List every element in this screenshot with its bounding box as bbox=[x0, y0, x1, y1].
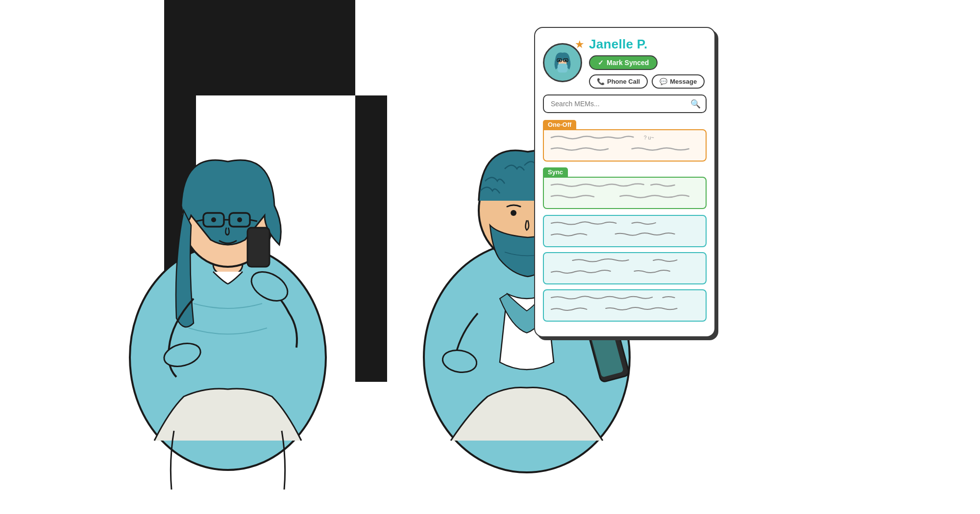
action-buttons: 📞 Phone Call 💬 Message bbox=[589, 74, 705, 89]
svg-point-27 bbox=[559, 60, 561, 62]
blue-box-1 bbox=[543, 215, 707, 247]
bg-dark-right bbox=[355, 95, 387, 382]
blue-box-3 bbox=[543, 289, 707, 322]
oneoff-section: One-Off ? u~ bbox=[543, 120, 707, 162]
squig-sync-1 bbox=[549, 182, 701, 188]
phone-icon: 📞 bbox=[597, 78, 605, 85]
message-icon: 💬 bbox=[660, 78, 667, 85]
squig-blue-5 bbox=[549, 294, 701, 301]
squig-blue-2 bbox=[549, 231, 701, 238]
synced-check-icon: ✓ bbox=[598, 59, 604, 67]
character-woman bbox=[98, 88, 358, 490]
svg-point-9 bbox=[237, 217, 242, 222]
svg-point-28 bbox=[565, 60, 567, 62]
search-input[interactable] bbox=[543, 94, 707, 113]
oneoff-box: ? u~ bbox=[543, 129, 707, 162]
search-icon: 🔍 bbox=[690, 99, 701, 109]
contact-panel: ★ Janelle P. ✓ Mark Synced 📞 Phone Call … bbox=[534, 27, 715, 337]
svg-point-8 bbox=[211, 217, 216, 222]
avatar-wrap: ★ bbox=[543, 43, 582, 82]
svg-text:? u~: ? u~ bbox=[644, 135, 654, 140]
squig-blue-6 bbox=[549, 305, 701, 312]
search-container: 🔍 bbox=[543, 94, 707, 113]
sync-label: Sync bbox=[543, 167, 568, 177]
squig-blue-3 bbox=[549, 257, 701, 264]
svg-rect-24 bbox=[558, 64, 567, 73]
mark-synced-button[interactable]: ✓ Mark Synced bbox=[589, 55, 658, 70]
squig-line-1: ? u~ bbox=[549, 134, 701, 141]
mark-synced-label: Mark Synced bbox=[607, 59, 649, 67]
oneoff-label: One-Off bbox=[543, 120, 576, 129]
squig-blue-1 bbox=[549, 220, 701, 227]
message-button[interactable]: 💬 Message bbox=[652, 74, 705, 89]
squig-line-2 bbox=[549, 145, 701, 152]
svg-point-16 bbox=[511, 210, 516, 216]
squig-blue-4 bbox=[549, 268, 701, 275]
phone-call-label: Phone Call bbox=[607, 78, 640, 85]
phone-call-button[interactable]: 📞 Phone Call bbox=[589, 74, 648, 89]
star-badge: ★ bbox=[575, 38, 585, 51]
message-label: Message bbox=[670, 78, 697, 85]
svg-rect-10 bbox=[247, 228, 270, 267]
sync-box bbox=[543, 177, 707, 209]
sync-section: Sync bbox=[543, 167, 707, 209]
squig-sync-2 bbox=[549, 193, 701, 200]
contact-name: Janelle P. bbox=[589, 37, 705, 52]
panel-name-column: Janelle P. ✓ Mark Synced 📞 Phone Call 💬 … bbox=[589, 37, 705, 89]
blue-box-2 bbox=[543, 252, 707, 284]
panel-header: ★ Janelle P. ✓ Mark Synced 📞 Phone Call … bbox=[543, 37, 707, 89]
